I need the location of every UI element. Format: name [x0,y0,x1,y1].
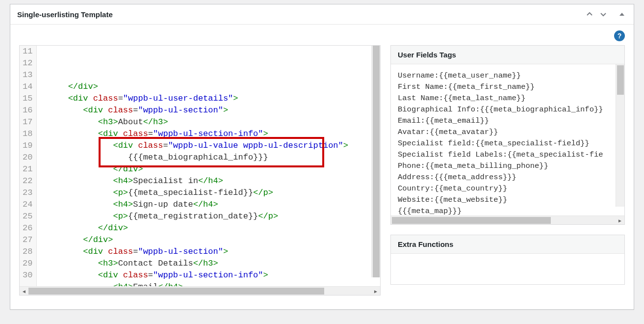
collapse-toggle-icon[interactable] [617,9,627,19]
code-line[interactable]: <h3>Contact Details</h3> [38,258,353,270]
code-line[interactable]: <h4>Sign-up date</h4> [38,199,353,211]
line-number: 17 [23,116,32,128]
line-number: 21 [23,163,32,175]
line-number: 12 [23,57,32,69]
code-line[interactable]: <div class="wppb-ul-section-info"> [38,128,353,140]
panel-controls [585,9,627,19]
tag-row[interactable]: Biographical Info:{{{meta_biographical_i… [398,104,618,115]
line-number: 20 [23,152,32,163]
code-editor[interactable]: 1112131415161718192021222324252627282930… [19,45,381,296]
tags-horizontal-scrollbar[interactable]: ◄ ► [391,216,624,224]
move-up-icon[interactable] [585,9,594,19]
section-header: Extra Functions [391,235,624,254]
code-area[interactable]: </div> <div class="wppb-ul-user-details"… [37,46,353,286]
line-number: 16 [23,105,32,116]
code-line[interactable]: <div class="wppb-ul-user-details"> [38,93,353,105]
line-number: 18 [23,128,32,140]
section-header: User Fields Tags [391,46,624,64]
tag-row[interactable]: Country:{{meta_country}} [398,183,618,194]
template-panel: Single-userlisting Template ? 1112131415… [10,4,634,310]
code-line[interactable]: </div> [38,163,353,175]
tag-row[interactable]: Phone:{{meta_meta_billing_phone}} [398,161,618,172]
extra-functions-section: Extra Functions [390,235,625,285]
scrollbar-thumb[interactable] [392,217,551,224]
help-icon[interactable]: ? [614,30,625,41]
line-number: 28 [23,246,32,258]
user-fields-section: User Fields Tags Username:{{meta_user_na… [390,45,625,225]
code-line[interactable]: {{{meta_biographical_info}}} [38,152,353,163]
line-number: 13 [23,69,32,81]
tags-list[interactable]: Username:{{meta_user_name}}First Name:{{… [391,64,624,216]
tag-row[interactable]: Avatar:{{meta_avatar}} [398,127,618,138]
code-line[interactable]: <p>{{meta_registration_date}}</p> [38,211,353,222]
code-line[interactable]: <h4>Email</h4> [38,281,353,286]
line-number: 15 [23,93,32,105]
scrollbar-thumb[interactable] [28,288,324,295]
line-number: 11 [23,46,32,57]
tags-sidebar: User Fields Tags Username:{{meta_user_na… [390,45,625,296]
scroll-right-icon[interactable]: ► [371,287,380,296]
tag-row[interactable]: Specialist field Labels:{{meta_specialis… [398,149,618,161]
line-number: 26 [23,222,32,234]
scroll-left-icon[interactable]: ◄ [20,287,28,296]
editor-horizontal-scrollbar[interactable]: ◄ ► [20,286,380,295]
code-line[interactable]: <div class="wppb-ul-section-info"> [38,270,353,281]
tag-row[interactable]: Username:{{meta_user_name}} [398,70,618,81]
line-number: 30 [23,270,32,281]
scroll-right-icon[interactable]: ► [616,216,624,225]
line-number: 24 [23,199,32,211]
panel-body: ? 11121314151617181920212223242526272829… [10,25,634,309]
line-number: 29 [23,258,32,270]
code-line[interactable]: <p>{{meta_specialist-field}}</p> [38,187,353,199]
panel-title: Single-userlisting Template [17,10,113,19]
line-number: 27 [23,234,32,246]
code-line[interactable]: <div class="wppb-ul-value wppb-ul-descri… [38,140,353,152]
line-number: 25 [23,211,32,222]
line-number: 22 [23,175,32,187]
tag-row[interactable]: Website:{{meta_website}} [398,194,618,206]
code-line[interactable]: </div> [38,234,353,246]
code-line[interactable]: <div class="wppb-ul-section"> [38,105,353,116]
code-line[interactable]: <div class="wppb-ul-section"> [38,246,353,258]
code-line[interactable]: </div> [38,81,353,93]
tag-row[interactable]: Last Name:{{meta_last_name}} [398,93,618,104]
tag-row[interactable]: Address:{{{meta_address}}} [398,172,618,183]
extra-functions-body [391,254,624,284]
tag-row[interactable]: Email:{{meta_email}} [398,115,618,127]
code-line[interactable]: <h3>About</h3> [38,116,353,128]
line-number: 19 [23,140,32,152]
code-line[interactable]: </div> [38,222,353,234]
tag-row[interactable]: First Name:{{meta_first_name}} [398,81,618,93]
scrollbar-thumb[interactable] [373,46,380,277]
tag-row[interactable]: {{{meta_map}}} [398,206,618,216]
tags-vertical-scrollbar[interactable] [616,64,624,207]
scrollbar-thumb[interactable] [617,65,624,95]
panel-header: Single-userlisting Template [10,4,634,25]
move-down-icon[interactable] [598,9,608,19]
line-gutter: 1112131415161718192021222324252627282930 [20,46,37,286]
tag-row[interactable]: Specialist field:{{meta_specialist-field… [398,138,618,149]
line-number: 23 [23,187,32,199]
code-line[interactable]: <h4>Specialist in</h4> [38,175,353,187]
line-number: 14 [23,81,32,93]
editor-vertical-scrollbar[interactable] [371,46,380,277]
